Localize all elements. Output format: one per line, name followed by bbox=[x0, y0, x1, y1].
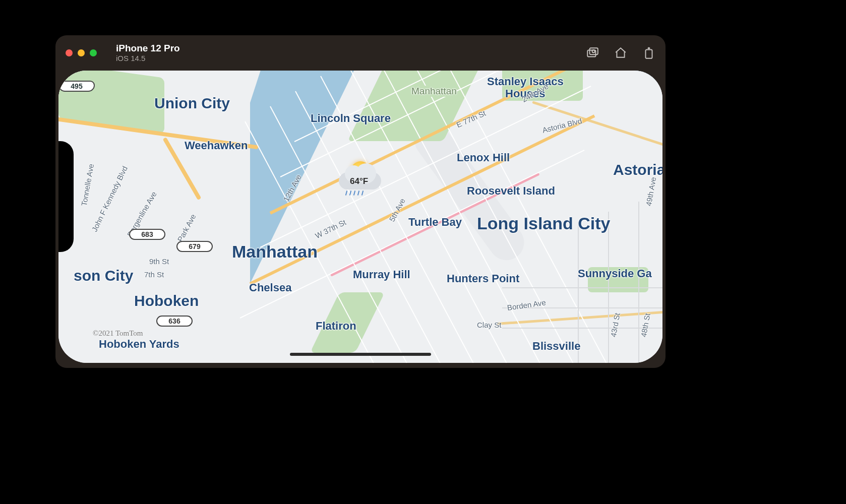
close-button[interactable] bbox=[66, 49, 73, 56]
device-name: iPhone 12 Pro bbox=[116, 43, 180, 54]
district-hoboken-yards: Hoboken Yards bbox=[99, 338, 179, 351]
district-chelsea: Chelsea bbox=[249, 281, 291, 294]
map-view[interactable]: Union City Manhattan Hoboken Long Island… bbox=[58, 71, 662, 363]
street-9th: 9th St bbox=[149, 257, 169, 266]
region-lic: Long Island City bbox=[477, 214, 610, 233]
temperature-label: 64°F bbox=[350, 176, 368, 186]
window-title: iPhone 12 Pro iOS 14.5 bbox=[116, 43, 180, 62]
district-sunnyside: Sunnyside Ga bbox=[578, 267, 652, 280]
simulator-window: iPhone 12 Pro iOS 14.5 bbox=[55, 35, 666, 368]
toolbar bbox=[586, 46, 655, 59]
region-hoboken: Hoboken bbox=[134, 292, 199, 309]
home-icon[interactable] bbox=[614, 46, 627, 59]
shield-i495: 495 bbox=[58, 81, 95, 92]
street-7th: 7th St bbox=[144, 270, 164, 279]
svg-rect-3 bbox=[646, 50, 652, 58]
os-version: iOS 14.5 bbox=[116, 54, 180, 62]
traffic-lights bbox=[66, 49, 97, 56]
home-indicator[interactable] bbox=[290, 353, 431, 356]
district-weehawken: Weehawken bbox=[185, 139, 248, 152]
region-son-city: son City bbox=[74, 267, 133, 284]
rotate-icon[interactable] bbox=[642, 46, 655, 59]
weather-annotation[interactable]: 64°F bbox=[337, 161, 383, 197]
region-astoria: Astoria bbox=[613, 161, 662, 178]
street-clay: Clay St bbox=[477, 321, 501, 329]
weather-icon: 64°F bbox=[337, 161, 383, 197]
shield-679: 679 bbox=[176, 241, 213, 252]
zoom-button[interactable] bbox=[90, 49, 97, 56]
district-murray-hill: Murray Hill bbox=[353, 268, 410, 281]
svg-point-2 bbox=[592, 50, 594, 52]
svg-rect-1 bbox=[590, 48, 598, 54]
district-blissville: Blissville bbox=[532, 340, 580, 353]
map-attribution: ©2021 TomTom bbox=[93, 329, 143, 338]
district-lincoln-sq: Lincoln Square bbox=[311, 112, 391, 125]
shield-683: 683 bbox=[129, 229, 165, 240]
titlebar: iPhone 12 Pro iOS 14.5 bbox=[55, 35, 666, 71]
minimize-button[interactable] bbox=[78, 49, 85, 56]
device-notch bbox=[58, 141, 74, 252]
device-screen: Union City Manhattan Hoboken Long Island… bbox=[58, 71, 662, 363]
district-roosevelt-island: Roosevelt Island bbox=[467, 184, 555, 198]
district-lenox-hill: Lenox Hill bbox=[457, 151, 510, 164]
screenshot-icon[interactable] bbox=[586, 46, 599, 59]
district-hunters-point: Hunters Point bbox=[447, 272, 519, 285]
region-union-city: Union City bbox=[154, 95, 230, 112]
district-flatiron: Flatiron bbox=[316, 320, 356, 333]
district-turtle-bay: Turtle Bay bbox=[408, 216, 462, 229]
park-manhattan: Manhattan bbox=[411, 86, 457, 97]
shield-636: 636 bbox=[156, 316, 193, 327]
region-manhattan: Manhattan bbox=[232, 242, 318, 262]
